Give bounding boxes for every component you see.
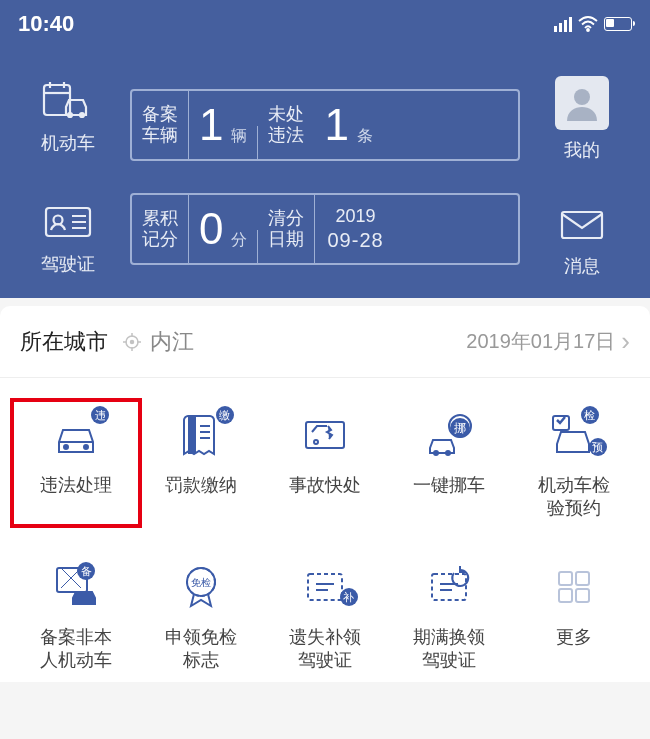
city-name: 内江 [150, 327, 466, 357]
more-icon [547, 560, 601, 614]
city-row[interactable]: 所在城市 内江 2019年01月17日 › [0, 306, 650, 378]
battery-icon [604, 17, 632, 31]
status-bar: 10:40 [18, 0, 632, 48]
svc-violation-process[interactable]: 违 违法处理 [10, 398, 142, 528]
svc-renew-license[interactable]: 期满换领 驾驶证 [387, 560, 511, 672]
points-value: 0 [189, 195, 231, 263]
locate-icon [122, 332, 142, 352]
license-card[interactable]: 累积记分 0 分 清分日期 201909-28 [130, 193, 520, 265]
city-label: 所在城市 [20, 327, 108, 357]
svg-point-10 [64, 445, 68, 449]
register-car-icon: 备 [49, 560, 103, 614]
clock: 10:40 [18, 11, 74, 37]
nav-messages[interactable]: 消息 [554, 202, 610, 278]
wifi-icon [578, 16, 598, 32]
nav-mine[interactable]: 我的 [555, 76, 609, 162]
move-car-icon: 挪 [422, 408, 476, 462]
car-violation-icon: 违 [49, 408, 103, 462]
svc-fine-payment[interactable]: 缴 罚款缴纳 [138, 408, 262, 524]
renew-license-icon [422, 560, 476, 614]
svc-more[interactable]: 更多 [512, 560, 636, 672]
receipt-icon: 缴 [174, 408, 228, 462]
inspection-icon: 检 预 [547, 408, 601, 462]
nav-license[interactable]: 驾驶证 [40, 200, 96, 276]
svg-point-6 [574, 89, 590, 105]
svg-point-11 [84, 445, 88, 449]
svc-register-other-car[interactable]: 备 备案非本 人机动车 [14, 560, 138, 672]
svg-point-14 [314, 440, 318, 444]
svg-point-0 [587, 29, 589, 31]
vehicle-card[interactable]: 备案车辆 1 辆 未处违法 1 条 [130, 89, 520, 161]
chevron-right-icon: › [621, 326, 630, 357]
svg-rect-24 [559, 572, 572, 585]
nav-label: 机动车 [41, 131, 95, 155]
status-icons [554, 16, 632, 32]
services-grid: 违 违法处理 缴 罚款缴纳 事故快处 挪 一键挪车 [0, 378, 650, 682]
nav-vehicle[interactable]: 机动车 [40, 79, 96, 155]
svc-exemption-badge[interactable]: 免检 申领免检 标志 [138, 560, 262, 672]
signal-icon [554, 16, 572, 32]
exemption-icon: 免检 [174, 560, 228, 614]
svc-inspection-book[interactable]: 检 预 机动车检 验预约 [512, 408, 636, 524]
svc-accident-quick[interactable]: 事故快处 [263, 408, 387, 524]
mail-icon [554, 202, 610, 246]
svc-move-car[interactable]: 挪 一键挪车 [387, 408, 511, 524]
car-calendar-icon [40, 79, 96, 123]
lost-license-icon: 补 [298, 560, 352, 614]
registered-count: 1 [189, 91, 231, 159]
id-card-icon [40, 200, 96, 244]
avatar-icon [555, 76, 609, 130]
accident-icon [298, 408, 352, 462]
nav-label: 消息 [564, 254, 600, 278]
svg-rect-22 [308, 574, 342, 600]
nav-label: 我的 [564, 138, 600, 162]
violation-count: 1 [314, 91, 356, 159]
reset-date: 201909-28 [315, 195, 395, 263]
svg-rect-12 [188, 416, 196, 454]
current-date: 2019年01月17日 [466, 328, 615, 355]
nav-label: 驾驶证 [41, 252, 95, 276]
svg-rect-27 [576, 589, 589, 602]
svg-rect-26 [559, 589, 572, 602]
svc-lost-reissue[interactable]: 补 遗失补领 驾驶证 [263, 560, 387, 672]
svg-rect-7 [562, 212, 602, 238]
svg-point-9 [131, 340, 134, 343]
svg-rect-25 [576, 572, 589, 585]
